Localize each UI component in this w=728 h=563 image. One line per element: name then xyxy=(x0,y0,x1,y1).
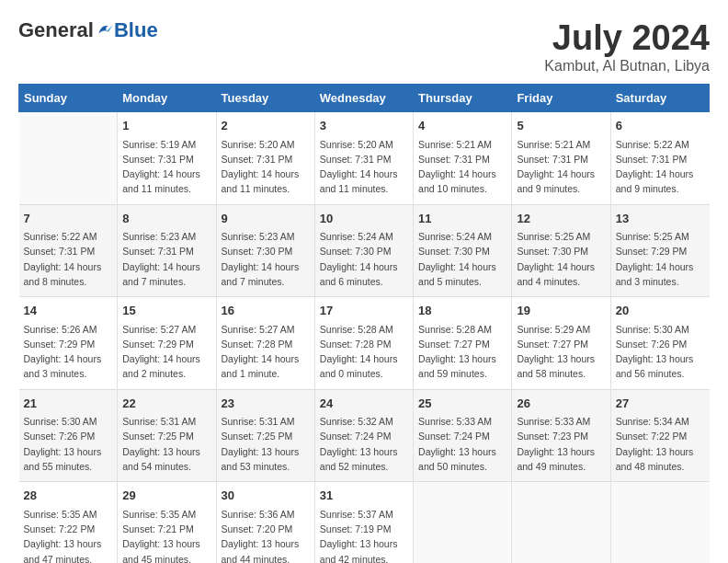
day-number: 7 xyxy=(24,210,113,228)
day-number: 24 xyxy=(320,395,408,413)
header: General Blue July 2024 Kambut, Al Butnan… xyxy=(18,18,710,75)
column-header-wednesday: Wednesday xyxy=(314,85,413,112)
calendar-cell xyxy=(512,482,610,563)
calendar-cell: 31Sunrise: 5:37 AMSunset: 7:19 PMDayligh… xyxy=(314,482,413,563)
day-detail: Sunrise: 5:23 AMSunset: 7:30 PMDaylight:… xyxy=(222,229,310,289)
day-number: 20 xyxy=(616,302,705,320)
day-detail: Sunrise: 5:30 AMSunset: 7:26 PMDaylight:… xyxy=(24,414,113,474)
calendar-cell: 2Sunrise: 5:20 AMSunset: 7:31 PMDaylight… xyxy=(216,112,314,205)
calendar-cell: 7Sunrise: 5:22 AMSunset: 7:31 PMDaylight… xyxy=(19,204,118,297)
title-section: July 2024 Kambut, Al Butnan, Libya xyxy=(544,18,710,75)
day-detail: Sunrise: 5:33 AMSunset: 7:23 PMDaylight:… xyxy=(517,414,605,474)
calendar-cell: 27Sunrise: 5:34 AMSunset: 7:22 PMDayligh… xyxy=(610,389,709,482)
day-number: 5 xyxy=(517,117,605,135)
day-number: 30 xyxy=(222,487,310,505)
day-number: 9 xyxy=(222,210,310,228)
day-number: 6 xyxy=(616,117,705,135)
day-number: 13 xyxy=(616,210,705,228)
column-header-monday: Monday xyxy=(118,85,216,112)
day-detail: Sunrise: 5:21 AMSunset: 7:31 PMDaylight:… xyxy=(517,137,605,197)
day-detail: Sunrise: 5:34 AMSunset: 7:22 PMDaylight:… xyxy=(616,414,705,474)
day-detail: Sunrise: 5:25 AMSunset: 7:30 PMDaylight:… xyxy=(517,229,605,289)
day-detail: Sunrise: 5:28 AMSunset: 7:28 PMDaylight:… xyxy=(320,322,408,382)
day-number: 1 xyxy=(122,117,210,135)
day-detail: Sunrise: 5:23 AMSunset: 7:31 PMDaylight:… xyxy=(122,229,210,289)
main-title: July 2024 xyxy=(544,18,710,58)
calendar-cell: 20Sunrise: 5:30 AMSunset: 7:26 PMDayligh… xyxy=(610,297,709,390)
column-header-tuesday: Tuesday xyxy=(216,85,314,112)
day-detail: Sunrise: 5:33 AMSunset: 7:24 PMDaylight:… xyxy=(418,414,506,474)
day-detail: Sunrise: 5:31 AMSunset: 7:25 PMDaylight:… xyxy=(122,414,210,474)
calendar-cell: 24Sunrise: 5:32 AMSunset: 7:24 PMDayligh… xyxy=(314,389,413,482)
day-detail: Sunrise: 5:22 AMSunset: 7:31 PMDaylight:… xyxy=(616,137,705,197)
calendar-cell: 1Sunrise: 5:19 AMSunset: 7:31 PMDaylight… xyxy=(118,112,216,205)
calendar-cell: 5Sunrise: 5:21 AMSunset: 7:31 PMDaylight… xyxy=(512,112,610,205)
day-number: 17 xyxy=(320,302,408,320)
calendar-cell: 10Sunrise: 5:24 AMSunset: 7:30 PMDayligh… xyxy=(314,204,413,297)
day-detail: Sunrise: 5:22 AMSunset: 7:31 PMDaylight:… xyxy=(24,229,113,289)
calendar-cell: 17Sunrise: 5:28 AMSunset: 7:28 PMDayligh… xyxy=(314,297,413,390)
logo-bird-icon xyxy=(96,21,114,40)
day-detail: Sunrise: 5:29 AMSunset: 7:27 PMDaylight:… xyxy=(517,322,605,382)
calendar-cell xyxy=(610,482,709,563)
calendar-cell: 23Sunrise: 5:31 AMSunset: 7:25 PMDayligh… xyxy=(216,389,314,482)
day-detail: Sunrise: 5:37 AMSunset: 7:19 PMDaylight:… xyxy=(320,507,408,563)
calendar-header-row: SundayMondayTuesdayWednesdayThursdayFrid… xyxy=(19,85,710,112)
logo-blue-text: Blue xyxy=(114,18,158,42)
day-number: 4 xyxy=(418,117,506,135)
calendar-week-row: 1Sunrise: 5:19 AMSunset: 7:31 PMDaylight… xyxy=(19,112,710,205)
day-number: 10 xyxy=(320,210,408,228)
day-number: 31 xyxy=(320,487,408,505)
calendar-cell: 12Sunrise: 5:25 AMSunset: 7:30 PMDayligh… xyxy=(512,204,610,297)
calendar-cell: 13Sunrise: 5:25 AMSunset: 7:29 PMDayligh… xyxy=(610,204,709,297)
column-header-friday: Friday xyxy=(512,85,610,112)
calendar-week-row: 7Sunrise: 5:22 AMSunset: 7:31 PMDaylight… xyxy=(19,204,710,297)
column-header-thursday: Thursday xyxy=(414,85,512,112)
subtitle: Kambut, Al Butnan, Libya xyxy=(544,58,710,75)
calendar-week-row: 14Sunrise: 5:26 AMSunset: 7:29 PMDayligh… xyxy=(19,297,710,390)
day-detail: Sunrise: 5:24 AMSunset: 7:30 PMDaylight:… xyxy=(418,229,506,289)
logo-general-text: General xyxy=(18,18,94,42)
calendar-cell: 22Sunrise: 5:31 AMSunset: 7:25 PMDayligh… xyxy=(118,389,216,482)
calendar-cell: 16Sunrise: 5:27 AMSunset: 7:28 PMDayligh… xyxy=(216,297,314,390)
calendar-cell: 25Sunrise: 5:33 AMSunset: 7:24 PMDayligh… xyxy=(414,389,512,482)
day-number: 15 xyxy=(122,302,210,320)
calendar-cell: 19Sunrise: 5:29 AMSunset: 7:27 PMDayligh… xyxy=(512,297,610,390)
calendar-cell xyxy=(414,482,512,563)
calendar-cell: 18Sunrise: 5:28 AMSunset: 7:27 PMDayligh… xyxy=(414,297,512,390)
day-detail: Sunrise: 5:35 AMSunset: 7:22 PMDaylight:… xyxy=(24,507,113,563)
column-header-saturday: Saturday xyxy=(610,85,709,112)
day-number: 27 xyxy=(616,395,705,413)
calendar-cell: 26Sunrise: 5:33 AMSunset: 7:23 PMDayligh… xyxy=(512,389,610,482)
day-detail: Sunrise: 5:20 AMSunset: 7:31 PMDaylight:… xyxy=(320,137,408,197)
calendar-cell: 11Sunrise: 5:24 AMSunset: 7:30 PMDayligh… xyxy=(414,204,512,297)
calendar-week-row: 21Sunrise: 5:30 AMSunset: 7:26 PMDayligh… xyxy=(19,389,710,482)
day-number: 8 xyxy=(122,210,210,228)
day-number: 14 xyxy=(24,302,113,320)
calendar-cell: 8Sunrise: 5:23 AMSunset: 7:31 PMDaylight… xyxy=(118,204,216,297)
day-detail: Sunrise: 5:21 AMSunset: 7:31 PMDaylight:… xyxy=(418,137,506,197)
day-detail: Sunrise: 5:36 AMSunset: 7:20 PMDaylight:… xyxy=(222,507,310,563)
day-detail: Sunrise: 5:25 AMSunset: 7:29 PMDaylight:… xyxy=(616,229,705,289)
day-detail: Sunrise: 5:32 AMSunset: 7:24 PMDaylight:… xyxy=(320,414,408,474)
day-detail: Sunrise: 5:27 AMSunset: 7:28 PMDaylight:… xyxy=(222,322,310,382)
day-number: 11 xyxy=(418,210,506,228)
calendar-cell: 29Sunrise: 5:35 AMSunset: 7:21 PMDayligh… xyxy=(118,482,216,563)
day-number: 23 xyxy=(222,395,310,413)
day-number: 18 xyxy=(418,302,506,320)
day-number: 3 xyxy=(320,117,408,135)
day-detail: Sunrise: 5:24 AMSunset: 7:30 PMDaylight:… xyxy=(320,229,408,289)
calendar-cell: 30Sunrise: 5:36 AMSunset: 7:20 PMDayligh… xyxy=(216,482,314,563)
calendar-cell: 3Sunrise: 5:20 AMSunset: 7:31 PMDaylight… xyxy=(314,112,413,205)
day-number: 12 xyxy=(517,210,605,228)
day-number: 25 xyxy=(418,395,506,413)
day-number: 28 xyxy=(24,487,113,505)
day-detail: Sunrise: 5:30 AMSunset: 7:26 PMDaylight:… xyxy=(616,322,705,382)
logo: General Blue xyxy=(18,18,158,42)
day-number: 26 xyxy=(517,395,605,413)
day-detail: Sunrise: 5:19 AMSunset: 7:31 PMDaylight:… xyxy=(122,137,210,197)
calendar-cell: 9Sunrise: 5:23 AMSunset: 7:30 PMDaylight… xyxy=(216,204,314,297)
day-detail: Sunrise: 5:28 AMSunset: 7:27 PMDaylight:… xyxy=(418,322,506,382)
day-number: 22 xyxy=(122,395,210,413)
day-detail: Sunrise: 5:26 AMSunset: 7:29 PMDaylight:… xyxy=(24,322,113,382)
